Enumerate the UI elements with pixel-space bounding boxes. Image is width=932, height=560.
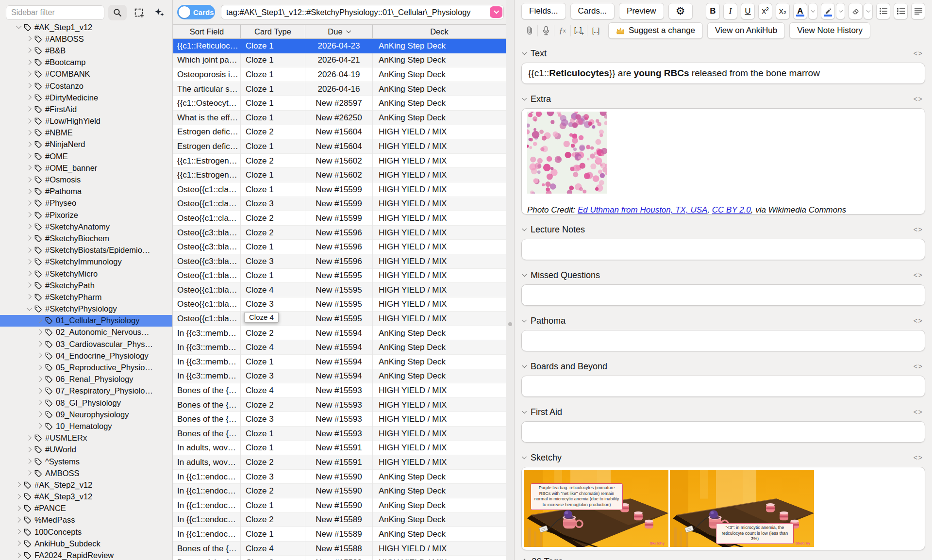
sidebar-item[interactable]: #AK_Step3_v12 bbox=[0, 491, 172, 503]
card-row[interactable]: Osteo{{c3::bla… Cloze 2 New #15596 HIGH … bbox=[173, 226, 506, 240]
sidebar-item[interactable]: 04_Endocrine_Physiology bbox=[0, 350, 172, 362]
record-audio-button[interactable] bbox=[538, 25, 554, 36]
italic-button[interactable]: I bbox=[723, 3, 737, 19]
subscript-button[interactable]: x₂ bbox=[776, 3, 790, 19]
html-editor-icon[interactable]: <> bbox=[914, 271, 923, 279]
card-row[interactable]: Bones of the {… Cloze 2 New #15593 HIGH … bbox=[173, 398, 506, 412]
card-row[interactable]: In {{c1::endoc… Cloze 2 New #15589 AnKin… bbox=[173, 513, 506, 527]
expander-chevron-icon[interactable] bbox=[26, 48, 32, 53]
expander-chevron-icon[interactable] bbox=[26, 59, 32, 65]
numbered-list-button[interactable] bbox=[894, 3, 908, 19]
sidebar-item[interactable]: #PANCE bbox=[0, 503, 172, 514]
sidebar-item[interactable]: #COMBANK bbox=[0, 68, 172, 80]
html-editor-icon[interactable]: <> bbox=[914, 408, 923, 416]
collapse-chevron-icon[interactable] bbox=[522, 96, 527, 100]
expander-chevron-icon[interactable] bbox=[26, 153, 32, 159]
sidebar-item[interactable]: 03_Cardiovascular_Phys… bbox=[0, 338, 172, 350]
sidebar-item[interactable]: #AK_Step1_v12 bbox=[0, 21, 172, 33]
html-editor-icon[interactable]: <> bbox=[914, 95, 923, 103]
empty-field-input[interactable] bbox=[521, 330, 925, 351]
expander-chevron-icon[interactable] bbox=[26, 435, 32, 440]
card-row[interactable]: Osteoporosis i… Cloze 1 2026-04-19 AnKin… bbox=[173, 67, 506, 82]
field-header[interactable]: Pathoma <> bbox=[521, 315, 925, 326]
sidebar-ai-button[interactable] bbox=[151, 5, 167, 20]
field-header[interactable]: Sketchy <> bbox=[521, 452, 925, 463]
card-row[interactable]: {{c1::Reticuloc… Cloze 1 2026-04-23 AnKi… bbox=[173, 39, 506, 53]
card-row[interactable]: Bones of the {… Cloze 4 New #15593 HIGH … bbox=[173, 383, 506, 398]
sidebar-item[interactable]: #SketchyBiochem bbox=[0, 232, 172, 244]
expander-chevron-icon[interactable] bbox=[26, 459, 32, 464]
sidebar-item[interactable]: 01_Cellular_Physiology bbox=[0, 315, 172, 327]
sidebar-item[interactable]: #B&B bbox=[0, 45, 172, 56]
expander-chevron-icon[interactable] bbox=[16, 23, 21, 29]
empty-field-input[interactable] bbox=[521, 376, 925, 397]
field-header[interactable]: Text <> bbox=[521, 48, 925, 59]
card-row[interactable]: {{c1::Estrogen… Cloze 1 New #15602 HIGH … bbox=[173, 168, 506, 182]
card-row[interactable]: The articular s… Cloze 1 2026-04-16 AnKi… bbox=[173, 82, 506, 97]
expander-chevron-icon[interactable] bbox=[26, 95, 32, 100]
card-row[interactable]: In adults, wov… Cloze 2 New #15591 HIGH … bbox=[173, 455, 506, 470]
expander-chevron-icon[interactable] bbox=[37, 376, 42, 381]
sidebar-item[interactable]: FA2024_RapidReview bbox=[0, 549, 172, 560]
expander-chevron-icon[interactable] bbox=[37, 341, 42, 346]
sidebar-item[interactable]: #Pixorize bbox=[0, 209, 172, 221]
empty-field-input[interactable] bbox=[521, 421, 925, 443]
sidebar-item[interactable]: #Bootcamp bbox=[0, 57, 172, 68]
sidebar-item[interactable]: 08_GI_Physiology bbox=[0, 397, 172, 409]
pane-splitter[interactable] bbox=[506, 0, 515, 560]
extra-field-input[interactable]: Photo Credit: Ed Uthman from Houston, TX… bbox=[521, 108, 925, 214]
expander-chevron-icon[interactable] bbox=[16, 505, 21, 511]
expander-chevron-icon[interactable] bbox=[16, 482, 21, 487]
card-row[interactable]: In {{c3::memb… Cloze 4 New #15594 AnKing… bbox=[173, 340, 506, 355]
text-color-dropdown[interactable] bbox=[808, 3, 817, 19]
card-row[interactable]: In adults, wov… Cloze 1 New #15591 HIGH … bbox=[173, 441, 506, 456]
card-row[interactable]: Estrogen defic… Cloze 2 New #15604 HIGH … bbox=[173, 125, 506, 140]
card-row[interactable]: In {{c3::memb… Cloze 3 New #15594 AnKing… bbox=[173, 369, 506, 384]
sidebar-item[interactable]: #Osmosis bbox=[0, 174, 172, 185]
expander-chevron-icon[interactable] bbox=[37, 329, 42, 335]
remove-format-button[interactable] bbox=[849, 3, 863, 19]
expander-chevron-icon[interactable] bbox=[37, 400, 42, 405]
expander-chevron-icon[interactable] bbox=[26, 106, 32, 112]
field-header[interactable]: Boards and Beyond <> bbox=[521, 361, 925, 372]
card-row[interactable]: Estrogen defic… Cloze 1 New #15604 HIGH … bbox=[173, 139, 506, 154]
card-row[interactable]: Osteo{{c3::bla… Cloze 1 New #15596 HIGH … bbox=[173, 240, 506, 254]
sidebar-item[interactable]: #DirtyMedicine bbox=[0, 92, 172, 103]
tags-section-header[interactable]: 26 Tags bbox=[521, 556, 925, 560]
card-row[interactable]: Bones of the {… Cloze 4 New #15588 HIGH … bbox=[173, 542, 506, 556]
expander-chevron-icon[interactable] bbox=[37, 353, 42, 358]
bold-button[interactable]: B bbox=[706, 3, 720, 19]
expander-chevron-icon[interactable] bbox=[26, 470, 32, 476]
card-row[interactable]: In {{c1::endoc… Cloze 2 New #15590 AnKin… bbox=[173, 484, 506, 498]
card-row[interactable]: In {{c1::endoc… Cloze 1 New #15590 AnKin… bbox=[173, 498, 506, 513]
sidebar-item[interactable]: #SketchyPath bbox=[0, 280, 172, 291]
sidebar-item[interactable]: #AMBOSS bbox=[0, 33, 172, 45]
sidebar-item[interactable]: #NinjaNerd bbox=[0, 139, 172, 150]
html-editor-icon[interactable]: <> bbox=[914, 317, 923, 325]
sidebar-item[interactable]: #FirstAid bbox=[0, 103, 172, 115]
html-editor-icon[interactable]: <> bbox=[914, 454, 923, 461]
sidebar-item[interactable]: #SketchyBiostats/Epidemio… bbox=[0, 245, 172, 256]
card-row[interactable]: Osteo{{c1::cla… Cloze 1 New #15599 HIGH … bbox=[173, 182, 506, 197]
expander-chevron-icon[interactable] bbox=[37, 364, 42, 370]
highlight-dropdown[interactable] bbox=[836, 3, 845, 19]
field-header[interactable]: Extra <> bbox=[521, 94, 925, 104]
sidebar-item[interactable]: #SketchyMicro bbox=[0, 268, 172, 280]
sidebar-item[interactable]: #SketchyAnatomy bbox=[0, 221, 172, 232]
sidebar-item[interactable]: #OME_banner bbox=[0, 162, 172, 174]
expander-chevron-icon[interactable] bbox=[16, 517, 21, 523]
sidebar-item[interactable]: 06_Renal_Physiology bbox=[0, 374, 172, 385]
html-editor-icon[interactable]: <> bbox=[914, 362, 923, 370]
sidebar-select-button[interactable] bbox=[131, 5, 147, 20]
cloze-deletion-button[interactable]: [...]+ bbox=[571, 25, 587, 36]
card-row[interactable]: In {{c3::memb… Cloze 1 New #15594 AnKing… bbox=[173, 355, 506, 369]
expander-chevron-icon[interactable] bbox=[26, 259, 32, 264]
sidebar-filter-input[interactable] bbox=[6, 5, 104, 20]
text-field-input[interactable]: {{c1::Reticulocytes}} are young RBCs rel… bbox=[521, 63, 925, 84]
remove-format-dropdown[interactable] bbox=[864, 3, 873, 19]
card-row[interactable]: In {{c1::endoc… Cloze 1 New #15589 AnKin… bbox=[173, 527, 506, 542]
sidebar-item[interactable]: #AK_Step2_v12 bbox=[0, 479, 172, 491]
sidebar-item[interactable]: 09_Neurophysiology bbox=[0, 409, 172, 420]
sidebar-item[interactable]: 07_Respiratory_Physiolo… bbox=[0, 385, 172, 397]
expander-chevron-icon[interactable] bbox=[26, 177, 32, 182]
